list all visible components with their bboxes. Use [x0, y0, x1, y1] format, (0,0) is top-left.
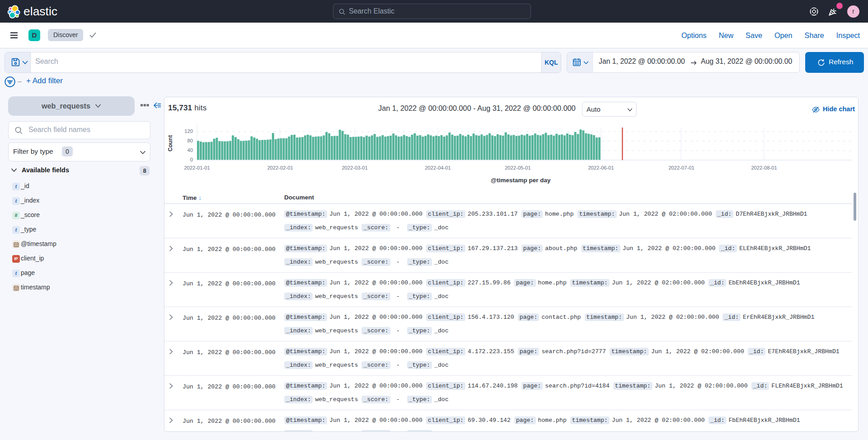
svg-text:120: 120 — [184, 128, 193, 134]
svg-text:2022-03-01: 2022-03-01 — [342, 165, 367, 170]
svg-text:2022-08-01: 2022-08-01 — [751, 165, 777, 170]
svg-text:2022-01-01: 2022-01-01 — [184, 165, 210, 170]
svg-text:40: 40 — [188, 147, 193, 153]
svg-text:2022-02-01: 2022-02-01 — [267, 165, 293, 170]
svg-text:0: 0 — [190, 157, 193, 162]
svg-text:2022-04-01: 2022-04-01 — [425, 165, 450, 170]
svg-text:80: 80 — [188, 138, 193, 143]
svg-text:2022-05-01: 2022-05-01 — [505, 165, 530, 170]
svg-text:2022-07-01: 2022-07-01 — [668, 165, 694, 170]
svg-text:2022-06-01: 2022-06-01 — [588, 165, 614, 170]
